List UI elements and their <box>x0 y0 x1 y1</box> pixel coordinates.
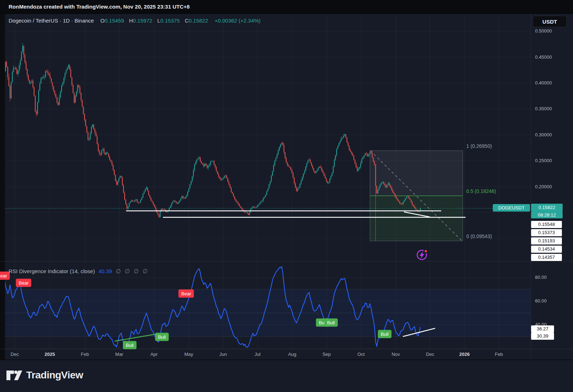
price-tag-countdown: 08:28:12 <box>531 212 563 218</box>
rsi-trendline-value-label: 30.39 <box>531 333 554 340</box>
ohlc-o: O0.15459 <box>100 18 124 24</box>
divergence-empty-icon: ∅ <box>134 268 139 274</box>
price-axis-tick[interactable]: 0.45000 <box>535 54 552 60</box>
alert-price-label[interactable]: 0.14534 <box>531 246 562 253</box>
bear-divergence-label[interactable]: Bear <box>178 290 194 298</box>
ohlc-c: C0.15822 <box>185 18 208 24</box>
month-axis-label[interactable]: Dec <box>10 352 19 357</box>
rsi-current-value: 40.39 <box>98 268 112 274</box>
month-axis-label[interactable]: Sep <box>322 352 331 357</box>
divergence-empty-icon: ∅ <box>143 268 148 274</box>
currency-toggle-button[interactable]: USDT <box>533 16 567 27</box>
symbol-title[interactable]: Dogecoin / TetherUS · 1D · Binance <box>9 18 94 24</box>
ohlc-l: L0.15375 <box>157 18 180 24</box>
month-axis-label[interactable]: Mar <box>115 352 123 357</box>
price-axis-tick[interactable]: 0.50000 <box>535 28 552 34</box>
fib-level-label[interactable]: 1 (0.26950) <box>466 143 492 149</box>
bull-divergence-label[interactable]: Bull <box>155 333 169 341</box>
tradingview-logo[interactable]: TradingView <box>6 369 83 381</box>
bull-divergence-label[interactable]: Bull <box>324 319 338 327</box>
fib-level-label[interactable]: 0.5 (0.18246) <box>466 188 496 194</box>
tradingview-wordmark: TradingView <box>26 369 83 381</box>
price-line-symbol-tag[interactable]: DOGEUSDT <box>493 204 530 212</box>
price-axis-tick[interactable]: 0.25000 <box>535 158 552 164</box>
divergence-empty-icon: ∅ <box>116 268 121 274</box>
year-axis-label[interactable]: 2025 <box>45 352 55 357</box>
month-axis-label[interactable]: Dec <box>426 352 434 357</box>
bear-divergence-label[interactable]: Bear <box>16 279 31 287</box>
month-axis-label[interactable]: Feb <box>81 352 89 357</box>
price-axis-tick[interactable]: 0.40000 <box>535 80 552 86</box>
ohlc-values: O0.15459H0.15972L0.15375C0.15822 <box>95 18 208 24</box>
change-value: +0.00362 (+2.34%) <box>215 18 260 24</box>
symbol-header[interactable]: Dogecoin / TetherUS · 1D · Binance O0.15… <box>9 18 261 25</box>
alert-price-label[interactable]: 0.14357 <box>531 254 562 261</box>
rsi-indicator-title[interactable]: RSI Divergence Indicator (14, close) <box>9 268 95 274</box>
chart-canvas[interactable] <box>0 0 573 392</box>
month-axis-label[interactable]: Apr <box>150 352 158 357</box>
alert-price-label[interactable]: 0.15193 <box>531 237 562 245</box>
month-axis-label[interactable]: Oct <box>357 352 365 357</box>
rsi-indicator-header[interactable]: RSI Divergence Indicator (14, close) 40.… <box>9 268 148 275</box>
alert-price-label[interactable]: 0.15548 <box>531 221 562 228</box>
divergence-empty-icon: ∅ <box>125 268 130 274</box>
rsi-axis-tick[interactable]: 80.00 <box>535 275 547 280</box>
alert-price-label[interactable]: 0.15373 <box>531 229 562 236</box>
rsi-trendline-value-label: 36.27 <box>531 325 554 333</box>
tradingview-screenshot: RonMendoza created with TradingView.com,… <box>0 0 573 392</box>
price-axis-tick[interactable]: 0.30000 <box>535 132 552 138</box>
tradingview-logo-icon <box>6 371 22 380</box>
month-axis-label[interactable]: May <box>184 352 193 357</box>
ohlc-h: H0.15972 <box>129 18 152 24</box>
rsi-axis-tick[interactable]: 60.00 <box>535 298 547 304</box>
price-axis-tick[interactable]: 0.35000 <box>535 106 552 112</box>
bull-divergence-label[interactable]: Bull <box>123 341 136 349</box>
price-tag-value[interactable]: 0.15822 <box>531 204 563 212</box>
month-axis-label[interactable]: Aug <box>288 352 296 357</box>
price-axis-tick[interactable]: 0.20000 <box>535 184 552 190</box>
month-axis-label[interactable]: Nov <box>391 352 400 357</box>
month-axis-label[interactable]: Jun <box>220 352 227 357</box>
year-axis-label[interactable]: 2026 <box>459 352 470 357</box>
month-axis-label[interactable]: Jul <box>255 352 261 357</box>
month-axis-label[interactable]: Feb <box>495 352 503 357</box>
fib-level-label[interactable]: 0 (0.09543) <box>466 233 492 239</box>
bull-divergence-label[interactable]: Bull <box>378 330 391 338</box>
